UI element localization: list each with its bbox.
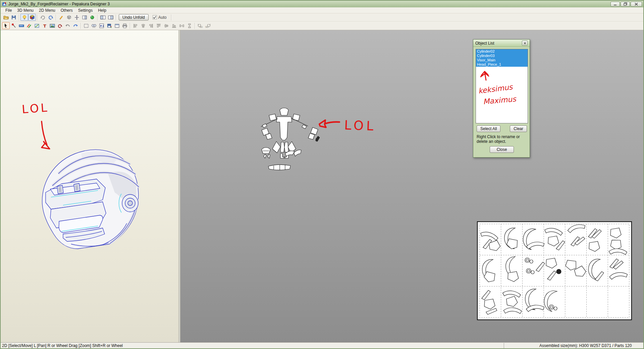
workspace: LOL	[1, 30, 643, 342]
tape-measure-button[interactable]	[17, 22, 25, 29]
edit-pencil-icon	[59, 15, 64, 20]
select-all-button[interactable]: Select All	[477, 125, 500, 132]
auto-checkbox[interactable]	[153, 15, 157, 19]
window-button[interactable]	[113, 22, 121, 29]
app-icon	[2, 2, 7, 6]
close-icon	[635, 3, 638, 6]
text-tool-button[interactable]: T	[41, 22, 48, 29]
window-title: Jorge_Mk2_By_ForgedReclaimer - Pepakura …	[8, 2, 110, 6]
svg-text:90: 90	[205, 26, 208, 28]
layout-right-button[interactable]	[107, 14, 114, 21]
annotation-2d: LOL	[316, 115, 380, 135]
align-center-button[interactable]	[139, 22, 147, 29]
page-number-icon: P.1	[99, 23, 104, 28]
menu-2d[interactable]: 2D Menu	[36, 8, 58, 13]
object-list-item[interactable]: Cylinder02	[476, 49, 528, 54]
align-bottom-button[interactable]	[170, 22, 178, 29]
redo-button[interactable]	[71, 22, 79, 29]
color-pencils-button[interactable]	[25, 22, 33, 29]
marquee-icon	[84, 23, 89, 28]
rotate-90-ccw-button[interactable]: 90	[196, 22, 204, 29]
align-middle-button[interactable]	[162, 22, 170, 29]
menu-file[interactable]: File	[3, 8, 14, 13]
lol-2d-text: LOL	[344, 118, 376, 133]
scribble-line2: Maximus	[483, 95, 517, 106]
marquee-tool-button[interactable]	[82, 22, 90, 29]
color-pencils-icon	[26, 23, 32, 28]
export-button[interactable]	[105, 22, 113, 29]
distribute-v-button[interactable]	[185, 22, 193, 29]
view-rotate-gray-button[interactable]	[39, 14, 47, 21]
close-button[interactable]	[631, 2, 642, 7]
undo-button[interactable]	[64, 22, 71, 29]
status-hint: 2D [Select/Move] L [Pan] R or Wheel Drag…	[2, 343, 123, 348]
select-arrow-icon	[3, 23, 9, 28]
object-list-hint: Right Click to rename or delete an objec…	[477, 134, 520, 144]
clear-button[interactable]: Clear	[510, 125, 527, 132]
undo-unfold-button[interactable]: Undo Unfold	[119, 14, 149, 20]
pattern-sheet-preview	[477, 221, 632, 320]
align-left-icon	[133, 23, 138, 28]
object-list-close-button[interactable]	[522, 41, 528, 46]
align-center-icon	[141, 23, 146, 28]
open-button[interactable]	[2, 14, 10, 21]
image-tool-icon	[50, 23, 55, 28]
select-tool-button[interactable]	[2, 22, 10, 29]
object-list-item[interactable]: Visor_Main	[476, 58, 528, 62]
export-icon	[107, 23, 112, 28]
edit-pencil-button[interactable]	[57, 14, 65, 21]
save-button[interactable]	[10, 14, 17, 21]
rotate-part-button[interactable]	[56, 22, 64, 29]
align-left-button[interactable]	[131, 22, 139, 29]
rotate-90-ccw-icon: 90	[197, 23, 204, 28]
menu-bar: File 3D Menu 2D Menu Others Settings Hel…	[1, 7, 643, 13]
menu-help[interactable]: Help	[95, 8, 109, 13]
align-right-button[interactable]	[147, 22, 155, 29]
solid-box-button[interactable]	[65, 14, 73, 21]
svg-text:90: 90	[200, 26, 203, 28]
undo-icon	[65, 23, 70, 28]
check-icon	[153, 16, 156, 19]
object-list-dialog: Object List Cylinder02 Cylinder03 Visor_…	[473, 39, 530, 158]
move-axis-button[interactable]	[73, 14, 80, 21]
rotate-90-cw-button[interactable]: 90	[204, 22, 212, 29]
texture-view-toggle[interactable]	[28, 14, 36, 21]
minimize-button[interactable]	[610, 2, 620, 7]
select-sphere-button[interactable]	[88, 14, 96, 21]
menu-others[interactable]: Others	[58, 8, 75, 13]
image-tool-button[interactable]	[48, 22, 56, 29]
distribute-h-button[interactable]	[178, 22, 185, 29]
view-rotate-blue-icon	[48, 15, 53, 20]
save-icon	[11, 15, 16, 20]
align-top-button[interactable]	[155, 22, 162, 29]
pin-tool-button[interactable]	[10, 22, 17, 29]
align-right-icon	[148, 23, 154, 28]
zoom-parts-icon	[91, 23, 97, 28]
print-button[interactable]	[121, 22, 128, 29]
object-list-item[interactable]: Head_Piece_1	[476, 62, 528, 67]
text-tool-icon: T	[42, 23, 47, 28]
close-dialog-button[interactable]: Close	[490, 146, 514, 153]
layout-left-button[interactable]	[99, 14, 107, 21]
restore-button[interactable]	[621, 2, 630, 7]
tape-measure-icon	[19, 23, 24, 28]
render-light-toggle[interactable]	[20, 14, 28, 21]
viewport-2d[interactable]: LOL	[180, 30, 643, 342]
object-list-title: Object List	[475, 41, 494, 46]
status-bar: 2D [Select/Move] L [Pan] R or Wheel Drag…	[1, 342, 643, 348]
zoom-parts-button[interactable]	[90, 22, 98, 29]
object-list-title-bar[interactable]: Object List	[473, 40, 530, 47]
menu-3d[interactable]: 3D Menu	[14, 8, 36, 13]
page-number-button[interactable]: P.1	[98, 22, 105, 29]
viewport-3d[interactable]: LOL	[1, 30, 179, 342]
layout-right-icon	[108, 15, 113, 20]
menu-settings[interactable]: Settings	[75, 8, 95, 13]
side-panel-button[interactable]	[80, 14, 88, 21]
open-icon	[3, 15, 9, 20]
view-rotate-blue-button[interactable]	[47, 14, 54, 21]
texture-edit-button[interactable]	[33, 22, 41, 29]
align-bottom-icon	[171, 23, 177, 28]
object-list-item[interactable]: Cylinder03	[476, 54, 528, 58]
texture-edit-icon	[34, 23, 40, 28]
print-icon	[122, 23, 127, 28]
